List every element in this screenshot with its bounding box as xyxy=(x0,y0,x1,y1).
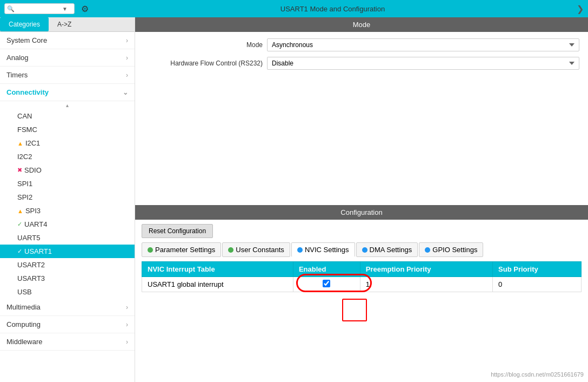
sub-label-spi2: SPI2 xyxy=(17,193,32,201)
sidebar-item-spi3[interactable]: ▲ SPI3 xyxy=(0,204,135,218)
table-row: USART1 global interrupt 1 0 xyxy=(142,277,582,292)
sidebar-item-i2c2[interactable]: I2C2 xyxy=(0,150,135,163)
sub-label-usart1: USART1 xyxy=(24,247,52,255)
config-body: Reset Configuration Parameter Settings U… xyxy=(135,220,588,297)
sidebar-item-usart2[interactable]: USART2 xyxy=(0,258,135,272)
config-header: Configuration xyxy=(135,205,588,220)
tab-dot-green xyxy=(228,247,233,253)
hw-flow-label: Hardware Flow Control (RS232) xyxy=(144,60,263,67)
sidebar-item-multimedia[interactable]: Multimedia › xyxy=(0,299,135,316)
sub-label-uart5: UART5 xyxy=(17,234,40,242)
col-header-sub-priority: Sub Priority xyxy=(493,262,582,277)
sub-label-usart3: USART3 xyxy=(17,274,45,282)
sidebar-item-analog[interactable]: Analog › xyxy=(0,49,135,67)
sidebar-label-timers: Timers xyxy=(6,71,28,79)
sidebar-item-middleware[interactable]: Middleware › xyxy=(0,333,135,351)
sub-label-spi3: SPI3 xyxy=(25,207,41,215)
sidebar-item-computing[interactable]: Computing › xyxy=(0,316,135,333)
cell-interrupt-name: USART1 global interrupt xyxy=(142,277,293,292)
tab-gpio-settings[interactable]: GPIO Settings xyxy=(419,242,483,257)
sidebar-label-computing: Computing xyxy=(6,320,41,328)
sidebar-item-spi1[interactable]: SPI1 xyxy=(0,177,135,190)
config-tabs-row: Parameter Settings User Constants NVIC S… xyxy=(142,242,582,257)
tab-dot-blue xyxy=(362,247,368,253)
chevron-icon: › xyxy=(126,54,128,62)
content-area: Mode Mode Asynchronous Synchronous Singl… xyxy=(135,17,588,382)
sub-label-can: CAN xyxy=(17,112,32,120)
tab-nvic-settings[interactable]: NVIC Settings xyxy=(291,242,355,257)
sidebar-tab-bar: Categories A->Z xyxy=(0,17,135,32)
tab-dot-green xyxy=(148,247,153,253)
cell-enabled[interactable] xyxy=(293,277,360,292)
sidebar-item-system-core[interactable]: System Core › xyxy=(0,32,135,49)
sidebar-item-sdio[interactable]: ✖ SDIO xyxy=(0,163,135,177)
page-title: USART1 Mode and Configuration xyxy=(93,5,572,13)
config-section: Configuration Reset Configuration Parame… xyxy=(135,205,588,382)
search-container: 🔍 ▼ xyxy=(4,3,75,14)
connectivity-subitems: ▴ CAN FSMC ▲ I2C1 I2C2 ✖ SDIO SPI1 S xyxy=(0,101,135,299)
tab-parameter-settings[interactable]: Parameter Settings xyxy=(142,242,221,257)
col-header-enabled: Enabled xyxy=(293,262,360,277)
sub-label-sdio: SDIO xyxy=(24,166,42,174)
sidebar-item-uart4[interactable]: ✓ UART4 xyxy=(0,218,135,231)
tab-user-constants[interactable]: User Constants xyxy=(222,242,290,257)
chevron-icon: › xyxy=(126,304,128,311)
sidebar-label-system-core: System Core xyxy=(6,36,47,44)
hw-flow-select[interactable]: Disable CTS Only RTS Only CTS/RTS xyxy=(267,57,579,70)
sub-label-fsmc: FSMC xyxy=(17,126,37,134)
mode-section: Mode Mode Asynchronous Synchronous Singl… xyxy=(135,17,588,205)
tab-label-dma-settings: DMA Settings xyxy=(370,246,412,254)
reset-configuration-button[interactable]: Reset Configuration xyxy=(142,224,213,238)
dropdown-arrow-icon[interactable]: ▼ xyxy=(62,6,68,12)
main-layout: Categories A->Z System Core › Analog › T… xyxy=(0,17,588,382)
sidebar-item-usart3[interactable]: USART3 xyxy=(0,272,135,285)
sub-label-usb: USB xyxy=(17,288,32,296)
sub-label-spi1: SPI1 xyxy=(17,180,32,188)
mode-header: Mode xyxy=(135,17,588,32)
tab-dma-settings[interactable]: DMA Settings xyxy=(356,242,418,257)
tab-label-nvic-settings: NVIC Settings xyxy=(305,246,349,254)
sidebar-item-connectivity[interactable]: Connectivity ⌄ xyxy=(0,84,135,101)
check-icon: ✓ xyxy=(17,221,22,228)
tab-categories[interactable]: Categories xyxy=(0,17,49,31)
cell-sub-priority: 0 xyxy=(493,277,582,292)
tab-dot-blue xyxy=(297,247,303,253)
sidebar-label-multimedia: Multimedia xyxy=(6,303,41,311)
tab-az[interactable]: A->Z xyxy=(49,17,80,31)
sidebar-item-can[interactable]: CAN xyxy=(0,109,135,123)
warning-icon: ▲ xyxy=(17,208,23,214)
chevron-icon: › xyxy=(126,71,128,79)
tab-label-gpio-settings: GPIO Settings xyxy=(432,246,477,254)
cell-preemption: 1 xyxy=(360,277,492,292)
chevron-icon: ⌄ xyxy=(123,89,128,96)
sidebar-item-i2c1[interactable]: ▲ I2C1 xyxy=(0,136,135,150)
search-icon: 🔍 xyxy=(7,5,15,12)
sidebar-item-uart5[interactable]: UART5 xyxy=(0,231,135,245)
sidebar-item-fsmc[interactable]: FSMC xyxy=(0,123,135,136)
sidebar-item-spi2[interactable]: SPI2 xyxy=(0,190,135,204)
error-icon: ✖ xyxy=(17,167,22,174)
col-header-preemption: Preemption Priority xyxy=(360,262,492,277)
chevron-icon: › xyxy=(126,321,128,328)
chevron-icon: › xyxy=(126,338,128,346)
chevron-icon: › xyxy=(126,37,128,44)
sidebar-item-usb[interactable]: USB xyxy=(0,285,135,299)
scroll-up-indicator: ▴ xyxy=(0,101,135,109)
mode-select[interactable]: Asynchronous Synchronous Single Wire Dis… xyxy=(267,38,579,51)
check-icon: ✓ xyxy=(17,248,22,255)
mode-form-row: Mode Asynchronous Synchronous Single Wir… xyxy=(144,38,579,51)
sub-label-i2c1: I2C1 xyxy=(25,139,40,147)
search-input[interactable] xyxy=(17,5,60,12)
col-header-interrupt: NVIC Interrupt Table xyxy=(142,262,293,277)
gear-icon[interactable]: ⚙ xyxy=(81,4,89,14)
sidebar-label-connectivity: Connectivity xyxy=(6,88,49,96)
sidebar-label-analog: Analog xyxy=(6,54,28,62)
tab-label-parameter-settings: Parameter Settings xyxy=(155,246,215,254)
scroll-right-icon[interactable]: ❯ xyxy=(577,4,584,14)
enabled-checkbox[interactable] xyxy=(323,280,330,287)
mode-body: Mode Asynchronous Synchronous Single Wir… xyxy=(135,32,588,205)
warning-icon: ▲ xyxy=(17,140,23,147)
sidebar-item-usart1[interactable]: ✓ USART1 xyxy=(0,245,135,258)
tab-dot-blue xyxy=(425,247,430,253)
sidebar-item-timers[interactable]: Timers › xyxy=(0,67,135,84)
